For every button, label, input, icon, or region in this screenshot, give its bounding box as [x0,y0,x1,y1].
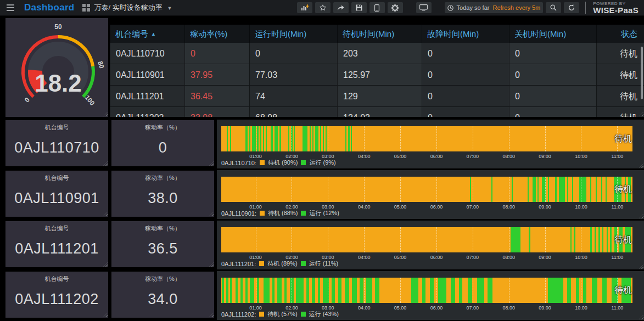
axis-tick-label: 05:00 [394,204,407,210]
save-button[interactable] [351,2,367,13]
machine-id-card[interactable]: 机台编号 0AJL110901 [5,171,108,217]
hour-gridline [400,126,401,151]
rate-title: 稼动率（%） [111,171,214,182]
refresh-button[interactable] [564,2,579,13]
column-header[interactable]: 故障时间(Min) [422,25,509,43]
mobile-button[interactable] [369,2,385,13]
column-header[interactable]: 运行时间(Min) [249,25,337,43]
rate-title: 稼动率（%） [111,120,214,132]
column-header[interactable]: 机台编号▲ [110,25,184,43]
rate-card[interactable]: 稼动率（%） 38.0 [111,171,214,217]
run-segment [567,278,571,303]
machine-id-title: 机台编号 [5,171,108,182]
time-range-picker[interactable]: Today so far Refresh every 5m [445,2,544,13]
run-segment [422,278,426,303]
run-segment [338,278,342,303]
hour-gridline [473,227,473,252]
legend-idle-label: 待机 (89%) [267,260,297,268]
hour-gridline [509,278,509,303]
column-header[interactable]: 关机时间(Min) [509,25,596,43]
settings-button[interactable] [388,2,403,13]
machine-id-card[interactable]: 机台编号 0AJL110710 [5,120,108,166]
status-table-panel[interactable]: 机台编号▲稼动率(%)运行时间(Min)待机时间(Min)故障时间(Min)关机… [110,25,644,117]
star-button[interactable] [315,2,331,13]
breadcrumb-site: 万泰/ [94,3,111,12]
run-segment [555,177,557,202]
rate-card[interactable]: 稼动率（%） 0 [111,120,214,166]
timeline-panel[interactable]: 01:0002:0003:0004:0005:0006:0007:0008:00… [217,221,644,269]
rate-card[interactable]: 稼动率（%） 34.0 [111,272,214,318]
zoom-out-button[interactable] [546,2,561,13]
hour-gridline [581,278,581,303]
machine-id-card[interactable]: 机台编号 0AJL111202 [5,272,108,318]
hour-gridline [256,177,256,202]
run-segment [252,126,256,151]
timeline-legend: 0AJL110710: 待机 (90%) 运行 (9%) [221,159,336,167]
column-header[interactable]: 状态 [596,25,644,43]
timeline-panel[interactable]: 01:0002:0003:0004:0005:0006:0007:0008:00… [217,170,644,219]
axis-tick-label: 08:00 [502,255,515,260]
clock-icon [447,5,453,11]
gauge-tick-label: 80 [96,60,106,70]
axis-tick-label: 09:00 [539,305,551,311]
machine-id-card[interactable]: 机台编号 0AJL111201 [5,221,108,267]
column-header[interactable]: 待机时间(Min) [337,25,422,43]
table-cell: 124.02 [337,107,422,117]
run-segment [326,126,327,151]
table-cell: 0AJL111202 [110,107,184,117]
add-panel-button[interactable] [297,2,312,13]
run-segment [250,278,254,303]
run-segment [601,177,602,202]
timeline-bar [221,278,632,303]
tv-mode-button[interactable] [416,2,432,13]
column-header[interactable]: 稼动率(%) [184,25,249,43]
table-cell: 0 [422,107,509,117]
run-segment [315,126,319,151]
run-segment [411,278,418,303]
search-icon [550,4,557,11]
run-segment [277,278,282,303]
axis-tick-label: 09:00 [539,204,551,210]
time-range-label: Today so far [457,4,490,11]
grid-icon[interactable] [82,4,90,12]
table-cell: 68.98 [249,107,337,117]
timeline-panel[interactable]: 01:0002:0003:0004:0005:0006:0007:0008:00… [217,120,644,168]
run-segment [366,278,372,303]
run-segment [548,278,563,303]
run-segment [590,177,591,202]
legend-machine-label: 0AJL111202: [221,311,256,318]
run-segment [375,278,379,303]
run-segment [272,278,275,303]
run-swatch [301,160,306,165]
run-segment [245,126,248,151]
star-icon [320,4,326,11]
run-segment [590,227,592,252]
breadcrumb[interactable]: 万泰/ 实时设备稼动率 ▼ [94,3,172,13]
timeline-panel[interactable]: 01:0002:0003:0004:0005:0006:0007:0008:00… [217,271,644,320]
hour-gridline [545,278,546,303]
legend-idle-label: 待机 (90%) [268,159,298,167]
rate-title: 稼动率（%） [111,272,214,283]
machine-band: 机台编号 0AJL110710 稼动率（%） 0 01:0002:0003:00… [0,120,644,168]
run-segment [271,126,272,151]
run-segment [226,278,228,303]
timeline-status-label: 待机 [614,133,632,145]
machine-band: 机台编号 0AJL111202 稼动率（%） 34.0 01:0002:0003… [0,271,644,320]
hour-gridline [509,177,509,202]
rate-card[interactable]: 稼动率（%） 36.5 [111,221,214,267]
table-scrollbar[interactable] [641,47,643,99]
app-logo[interactable]: Dashboard [24,2,75,13]
table-cell: 77.03 [249,64,337,86]
table-cell: 0 [509,64,596,86]
hour-gridline [292,177,292,202]
menu-icon[interactable] [0,0,21,15]
monitor-icon [419,4,428,11]
share-button[interactable] [333,2,349,13]
table-cell: 0 [509,43,596,64]
axis-tick-label: 06:00 [430,255,443,260]
table-cell: 0AJL110710 [110,43,184,64]
run-segment [312,126,313,151]
run-segment [468,278,472,303]
brand-name: WISE-PaaS [593,6,639,14]
gauge-panel[interactable]: 18.2 05080100 [5,18,108,117]
